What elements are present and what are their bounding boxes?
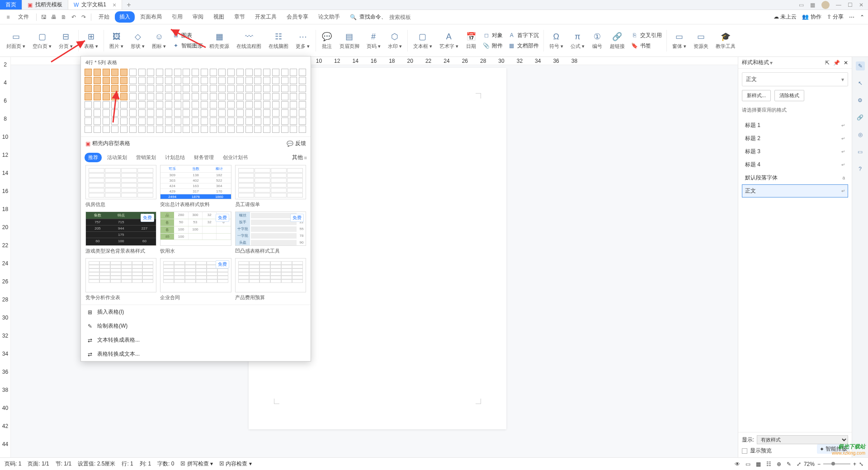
ribbon-图标[interactable]: ☺图标 ▾ xyxy=(148,31,170,50)
grid-cell[interactable] xyxy=(218,69,226,76)
template-item[interactable]: 产品费用预算 xyxy=(235,258,306,301)
style-item[interactable]: 标题 2↵ xyxy=(742,132,848,145)
grid-cell[interactable] xyxy=(218,101,226,108)
grid-cell[interactable] xyxy=(210,85,217,92)
grid-cell[interactable] xyxy=(201,85,208,92)
grid-cell[interactable] xyxy=(201,126,208,133)
grid-cell[interactable] xyxy=(156,126,163,133)
grid-cell[interactable] xyxy=(227,69,235,76)
ribbon-封面页[interactable]: ▭封面页 ▾ xyxy=(3,31,29,50)
zoom-slider[interactable] xyxy=(823,463,850,465)
grid-cell[interactable] xyxy=(147,101,154,108)
ribbon-形状[interactable]: ◇形状 ▾ xyxy=(127,31,148,50)
grid-cell[interactable] xyxy=(85,126,92,133)
grid-cell[interactable] xyxy=(299,85,306,92)
ribbon-日期[interactable]: 📅日期 xyxy=(462,31,480,50)
grid-cell[interactable] xyxy=(120,93,127,100)
grid-cell[interactable] xyxy=(290,118,297,125)
grid-cell[interactable] xyxy=(147,85,154,92)
grid-cell[interactable] xyxy=(272,126,279,133)
ribbon-图片[interactable]: 🖼图片 ▾ xyxy=(106,31,127,50)
grid-cell[interactable] xyxy=(103,85,110,92)
grid-cell[interactable] xyxy=(210,93,217,100)
grid-cell[interactable] xyxy=(94,126,101,133)
style-item[interactable]: 正文↵ xyxy=(742,184,848,197)
template-item[interactable]: 免费企业合同 xyxy=(160,258,231,301)
template-tab[interactable]: 财务管理 xyxy=(190,153,217,162)
grid-cell[interactable] xyxy=(85,85,92,92)
grid-cell[interactable] xyxy=(147,109,154,117)
redo-icon[interactable]: ↷ xyxy=(79,13,88,22)
grid-cell[interactable] xyxy=(236,85,244,92)
grid-cell[interactable] xyxy=(201,93,208,100)
tab-docker-templates[interactable]: ▣ 找稻壳模板 xyxy=(22,0,68,9)
share-button[interactable]: ⇪ 分享 xyxy=(827,13,844,21)
grid-cell[interactable] xyxy=(120,118,127,125)
grid-cell[interactable] xyxy=(299,77,306,84)
grid-cell[interactable] xyxy=(281,85,288,92)
grid-cell[interactable] xyxy=(165,118,172,125)
close-window-icon[interactable]: ✕ xyxy=(859,2,863,8)
grid-cell[interactable] xyxy=(192,118,199,125)
grid-cell[interactable] xyxy=(94,77,101,84)
grid-cell[interactable] xyxy=(201,109,208,117)
grid-cell[interactable] xyxy=(120,77,127,84)
search-input[interactable] xyxy=(389,14,425,20)
status-col[interactable]: 列: 1 xyxy=(140,460,151,468)
grid-cell[interactable] xyxy=(174,93,181,100)
preview-icon[interactable]: 🗎 xyxy=(59,13,68,22)
grid-cell[interactable] xyxy=(245,109,253,117)
ribbon-编号[interactable]: ①编号 xyxy=(588,31,606,50)
grid-cell[interactable] xyxy=(85,101,92,108)
grid-cell[interactable] xyxy=(218,77,226,84)
template-item[interactable]: 品280300326各5053326各10010085100免费饮用水 xyxy=(160,212,231,254)
grid-cell[interactable] xyxy=(236,93,244,100)
grid-cell[interactable] xyxy=(183,69,190,76)
menu-item[interactable]: ✎绘制表格(W) xyxy=(81,319,311,333)
tab-home[interactable]: 首页 xyxy=(0,0,22,9)
grid-cell[interactable] xyxy=(165,126,172,133)
grid-cell[interactable] xyxy=(147,118,154,125)
spell-check-toggle[interactable]: ☒ 拼写检查 ▾ xyxy=(180,460,213,468)
grid-cell[interactable] xyxy=(129,101,137,108)
grid-cell[interactable] xyxy=(111,77,118,84)
grid-cell[interactable] xyxy=(281,69,288,76)
grid-cell[interactable] xyxy=(192,126,199,133)
ribbon-item[interactable]: 🔖书签 xyxy=(631,41,651,51)
grid-cell[interactable] xyxy=(245,93,253,100)
grid-cell[interactable] xyxy=(94,69,101,76)
select-tool-icon[interactable]: ↖ xyxy=(856,79,865,88)
grid-cell[interactable] xyxy=(263,85,270,92)
print-icon[interactable]: 🖶 xyxy=(49,13,58,22)
grid-cell[interactable] xyxy=(147,93,154,100)
template-item[interactable]: 螺丝42扳手22十字批55一字批78头盔90免费凹凸感表格样式工具 xyxy=(235,212,306,254)
ribbon-教学工具[interactable]: 🎓教学工具 xyxy=(712,31,739,50)
grid-cell[interactable] xyxy=(281,93,288,100)
template-item[interactable]: 供房信息 xyxy=(85,165,156,208)
globe-icon[interactable]: ⊕ xyxy=(777,461,781,467)
grid-cell[interactable] xyxy=(138,101,146,108)
cloud-status[interactable]: ☁ 未上云 xyxy=(774,13,797,21)
status-page[interactable]: 页面: 1/1 xyxy=(28,460,49,468)
grid-cell[interactable] xyxy=(192,77,199,84)
grid-cell[interactable] xyxy=(85,69,92,76)
file-menu[interactable]: 文件 xyxy=(14,11,33,23)
tab-view[interactable]: 视图 xyxy=(209,11,229,23)
ribbon-在线脑图[interactable]: ☷在线脑图 xyxy=(265,31,292,50)
grid-cell[interactable] xyxy=(210,77,217,84)
grid-cell[interactable] xyxy=(227,93,235,100)
grid-cell[interactable] xyxy=(174,109,181,117)
grid-cell[interactable] xyxy=(111,126,118,133)
grid-cell[interactable] xyxy=(299,118,306,125)
grid-cell[interactable] xyxy=(263,109,270,117)
grid-cell[interactable] xyxy=(156,77,163,84)
hamburger-icon[interactable]: ≡ xyxy=(4,13,13,22)
grid-cell[interactable] xyxy=(183,118,190,125)
collaborate-button[interactable]: 👥 协作 xyxy=(802,13,821,21)
grid-cell[interactable] xyxy=(156,118,163,125)
ribbon-空白页[interactable]: ▢空白页 ▾ xyxy=(29,31,55,50)
grid-cell[interactable] xyxy=(299,93,306,100)
grid-cell[interactable] xyxy=(290,85,297,92)
grid-cell[interactable] xyxy=(138,109,146,117)
tab-section[interactable]: 章节 xyxy=(230,11,250,23)
